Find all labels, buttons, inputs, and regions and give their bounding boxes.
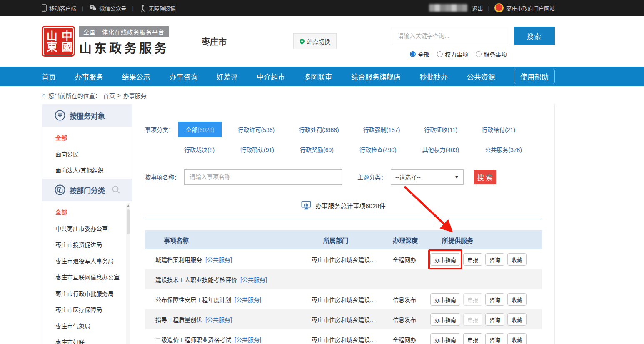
department-item[interactable]: 枣庄市互联网信息办公室 (42, 269, 132, 285)
nav-instant[interactable]: 秒批秒办 (419, 71, 448, 82)
guide-button[interactable]: 办事指南 (430, 253, 460, 266)
nav-multi-review[interactable]: 多图联审 (304, 71, 332, 82)
nav-intermediary[interactable]: 中介超市 (257, 71, 285, 82)
monitor-chart-icon (301, 201, 311, 210)
service-object-legal-person[interactable]: 面向法人/其他组织 (42, 162, 132, 178)
consult-button[interactable]: 咨询 (485, 333, 504, 344)
category-tab[interactable]: 行政给付(21) (476, 122, 521, 137)
service-object-section-header: 按服务对象 (42, 104, 132, 127)
topic-selected-value: --请选择-- (395, 173, 421, 181)
category-tab[interactable]: 行政强制(157) (357, 122, 406, 137)
item-depth: 全程网办 (393, 255, 430, 264)
department-all[interactable]: 全部 (42, 204, 132, 220)
service-object-citizen[interactable]: 面向公民 (42, 145, 132, 162)
category-tab[interactable]: 行政检查(490) (354, 142, 402, 157)
item-name-link[interactable]: 二级造价工程师职业资格考试 (155, 337, 231, 343)
favorite-button[interactable]: 收藏 (507, 333, 527, 344)
guide-button[interactable]: 办事指南 (430, 333, 460, 344)
mobile-client-link[interactable]: 移动客户端 (42, 4, 76, 12)
department-item[interactable]: 枣庄市医疗保障局 (42, 301, 132, 317)
service-object-all[interactable]: 全部 (42, 129, 132, 145)
department-section-header: 按部门分类 (42, 179, 132, 201)
radio-all[interactable]: 全部 (410, 50, 429, 58)
item-name-link[interactable]: 建设技术工人职业技能考核评价 (155, 277, 237, 283)
department-item[interactable]: 枣庄市退役军人事务局 (42, 252, 132, 269)
accessibility-link[interactable]: 无障碍阅读 (140, 4, 176, 12)
nav-services[interactable]: 办事服务 (75, 71, 103, 82)
site-name: 山东政务服务 (79, 38, 169, 56)
apply-button[interactable]: 申报 (463, 253, 482, 266)
nav-help-button[interactable]: 使用帮助 (514, 69, 555, 84)
category-tab[interactable]: 行政征收(11) (418, 122, 463, 137)
consult-button[interactable]: 咨询 (485, 253, 504, 266)
department-item[interactable]: 枣庄市气象局 (42, 317, 132, 334)
public-service-tag-link[interactable]: [公共服务] (235, 297, 261, 303)
radio-icon (437, 51, 443, 57)
seal-left-chars: 山東 (45, 30, 57, 52)
wechat-link[interactable]: 微信公众号 (89, 4, 126, 12)
separator: | (132, 5, 133, 11)
site-switch-button[interactable]: 站点切换 (293, 33, 337, 49)
favorite-button[interactable]: 收藏 (507, 293, 527, 306)
list-circle-icon (55, 110, 65, 121)
table-row: 公布保障性安居工程年度计划[公共服务] 枣庄市住房和城乡建设... 信息发布 办… (145, 289, 542, 309)
favorite-button[interactable]: 收藏 (507, 313, 527, 326)
portal-link[interactable]: 枣庄市政府门户网站 (494, 3, 555, 12)
mobile-client-label: 移动客户端 (49, 4, 76, 12)
item-depth: 全程网办 (393, 335, 430, 344)
department-scrollbar[interactable]: ▲ (126, 203, 130, 344)
public-service-tag-link[interactable]: [公共服务] (240, 277, 267, 283)
item-name-link[interactable]: 指导工程质量创优 (155, 317, 202, 323)
category-tab[interactable]: 行政确认(91) (235, 142, 280, 157)
keyword-search-button[interactable]: 搜索 (514, 27, 555, 45)
nav-flagship[interactable]: 综合服务旗舰店 (351, 71, 401, 82)
keyword-search-input[interactable] (392, 27, 507, 45)
consult-button[interactable]: 咨询 (485, 313, 504, 326)
nav-results[interactable]: 结果公示 (122, 71, 150, 82)
topic-category-select[interactable]: --请选择-- ▼ (391, 169, 464, 185)
guide-button[interactable]: 办事指南 (430, 293, 460, 306)
item-name-label: 按事项名称： (145, 173, 180, 181)
seal-right-chars: 中國 (60, 30, 72, 52)
guide-button[interactable]: 办事指南 (430, 313, 460, 326)
public-service-tag-link[interactable]: [公共服务] (205, 257, 232, 263)
item-name-input[interactable] (184, 169, 342, 185)
public-service-tag-link[interactable]: [公共服务] (235, 337, 261, 343)
apply-button[interactable]: 申报 (463, 333, 482, 344)
item-search-button[interactable]: 搜 索 (474, 170, 496, 184)
col-depth: 办理深度 (393, 236, 430, 244)
nav-home[interactable]: 首页 (42, 71, 56, 82)
department-item[interactable]: 中共枣庄市委办公室 (42, 220, 132, 236)
breadcrumb-home-link[interactable]: 首页 (103, 91, 115, 100)
category-tab-all[interactable]: 全部(6028) (178, 122, 222, 137)
category-tab[interactable]: 行政许可(536) (232, 122, 280, 137)
department-item[interactable]: 枣庄市行政审批服务局 (42, 285, 132, 301)
category-tab[interactable]: 公共服务(376) (479, 142, 528, 157)
breadcrumb-current[interactable]: 办事服务 (123, 91, 147, 100)
breadcrumb-bar: ⌂ 您当前所在的位置： 首页 > 办事服务 (0, 86, 644, 104)
radio-power-items[interactable]: 权力事项 (437, 50, 468, 58)
radio-service-items[interactable]: 服务事项 (476, 50, 507, 58)
category-tab[interactable]: 行政处罚(3866) (293, 122, 344, 137)
consult-button[interactable]: 咨询 (485, 293, 504, 306)
scrollbar-thumb[interactable] (127, 209, 130, 234)
nav-consult[interactable]: 办事咨询 (169, 71, 197, 82)
department-item[interactable]: 枣庄市投资促进局 (42, 236, 132, 252)
category-tab[interactable]: 行政裁决(8) (178, 142, 220, 157)
category-tab[interactable]: 行政奖励(69) (294, 142, 339, 157)
nav-rating[interactable]: 好差评 (217, 71, 238, 82)
item-name-link[interactable]: 城建档案利用服务 (155, 257, 202, 263)
nav-public-resources[interactable]: 公共资源 (467, 71, 495, 82)
category-tab[interactable]: 其他权力(403) (417, 142, 465, 157)
breadcrumb-separator: > (117, 92, 121, 99)
national-emblem-icon (494, 3, 504, 12)
main-panel: 事项分类： 全部(6028) 行政许可(536) 行政处罚(3866) 行政强制… (132, 104, 555, 344)
search-icon[interactable] (112, 185, 121, 194)
public-service-tag-link[interactable]: [公共服务] (205, 317, 232, 323)
department-item[interactable]: 枣庄市妇联 (42, 334, 132, 344)
item-name-link[interactable]: 公布保障性安居工程年度计划 (155, 297, 231, 303)
scroll-up-arrow-icon[interactable]: ▲ (127, 204, 130, 207)
favorite-button[interactable]: 收藏 (507, 253, 527, 266)
logout-link[interactable]: 退出 (472, 4, 483, 12)
item-department: 枣庄市住房和城乡建设... (312, 255, 393, 264)
